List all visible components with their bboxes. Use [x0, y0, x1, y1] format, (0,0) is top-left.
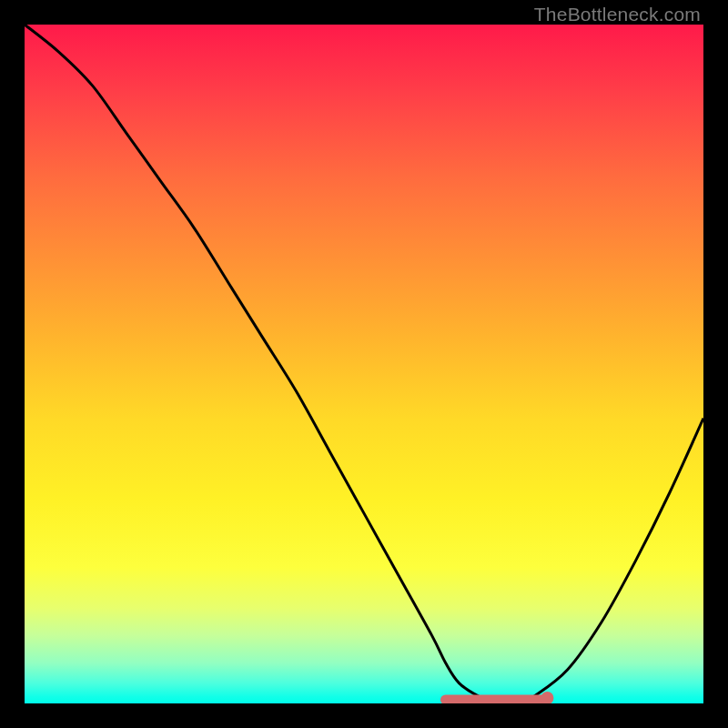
watermark-text: TheBottleneck.com — [534, 4, 701, 25]
chart-svg — [25, 25, 703, 703]
chart-frame: TheBottleneck.com — [0, 0, 728, 728]
optimal-point-dot — [541, 692, 553, 703]
bottleneck-curve — [25, 25, 703, 703]
gradient-plot-area — [25, 25, 703, 703]
